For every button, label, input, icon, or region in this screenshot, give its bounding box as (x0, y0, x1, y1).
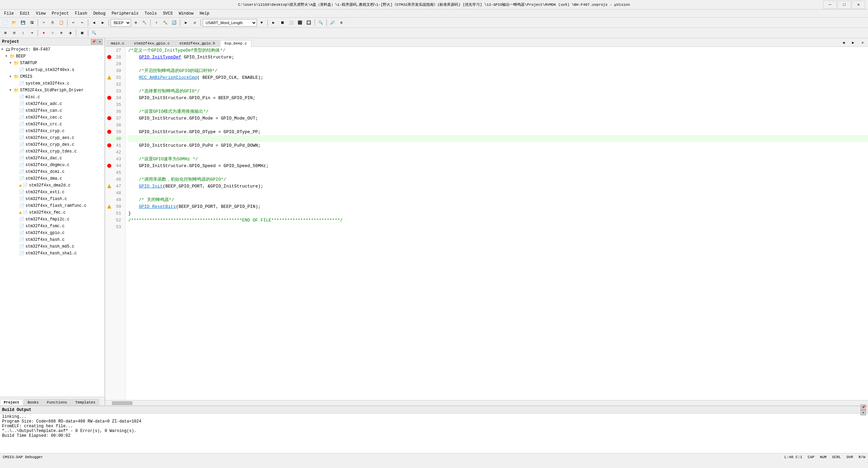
step-over-button[interactable]: ⬜ (287, 19, 295, 27)
close-button[interactable]: ✕ (852, 1, 865, 9)
peripheral-dropdown[interactable]: USART_Word_Length (203, 19, 257, 26)
menu-svcs[interactable]: SVCS (160, 11, 175, 17)
tb2-btn1[interactable]: ⊞ (1, 29, 10, 37)
tree-hash[interactable]: 📄 stm32f4xx_hash.c (0, 236, 105, 243)
tree-project-root[interactable]: ▼ 🗂 Project: BH-F407 (0, 46, 105, 53)
panel-unpin-button[interactable]: 📌 (91, 39, 96, 44)
tree-dma2d[interactable]: ▲ 📄 stm32f4xx_dma2d.c (0, 182, 105, 189)
nav-fwd-button[interactable]: ▶ (99, 19, 107, 27)
tree-misc[interactable]: 📄 misc.c (0, 94, 105, 101)
tree-cryp[interactable]: 📄 stm32f4xx_cryp.c (0, 128, 105, 134)
tb2-btn9[interactable]: ▦ (78, 29, 86, 37)
build-unpin-button[interactable]: 📌 (861, 404, 866, 410)
step-out-button[interactable]: 🔲 (305, 19, 313, 27)
tree-gpio[interactable]: 📄 stm32f4xx_gpio.c (0, 230, 105, 236)
tree-dcmi[interactable]: 📄 stm32f4xx_dcmi.c (0, 168, 105, 175)
menu-project[interactable]: Project (49, 11, 71, 17)
tree-adc[interactable]: 📄 stm32f4xx_adc.c (0, 101, 105, 107)
menu-peripherals[interactable]: Peripherals (109, 11, 141, 17)
zoom-in-button[interactable]: 🔎 (328, 19, 337, 27)
h-scrollbar[interactable] (105, 400, 868, 406)
tree-hash-sha1[interactable]: 📄 stm32f4xx_hash_sha1.c (0, 250, 105, 257)
redo-button[interactable]: ↪ (78, 19, 86, 27)
tb2-btn4[interactable]: ⇥ (28, 29, 36, 37)
copy-button[interactable]: ⎘ (49, 19, 57, 27)
tree-flash-ramfunc[interactable]: 📄 stm32f4xx_flash_ramfunc.c (0, 202, 105, 209)
tree-cryp-des[interactable]: 📄 stm32f4xx_cryp_des.c (0, 141, 105, 148)
tb2-btn7[interactable]: ⊗ (57, 29, 65, 37)
paste-button[interactable]: 📋 (57, 19, 65, 27)
reset-button[interactable]: ↺ (191, 19, 199, 27)
menu-edit[interactable]: Edit (17, 11, 33, 17)
tab-gpio-c[interactable]: stm32f4xx_gpio.c (130, 40, 174, 47)
tb2-btn5[interactable]: ● (40, 29, 48, 37)
cut-button[interactable]: ✂ (40, 19, 48, 27)
tree-hash-md5[interactable]: 📄 stm32f4xx_hash_md5.c (0, 243, 105, 250)
tree-crc[interactable]: 📄 stm32f4xx_crc.c (0, 121, 105, 128)
tree-startup[interactable]: ▼ 📁 STARTUP (0, 60, 105, 67)
open-button[interactable]: 📂 (10, 19, 18, 27)
panel-close-button[interactable]: ✕ (97, 39, 102, 44)
tree-dma[interactable]: 📄 stm32f4xx_dma.c (0, 175, 105, 182)
tree-startup-s[interactable]: 📄 startup_stm32f40xx.s (0, 67, 105, 73)
tb2-btn2[interactable]: ⊟ (10, 29, 18, 37)
tree-stdperiph[interactable]: ▼ 📁 STM32F4xx_StdPeriph_Driver (0, 87, 105, 94)
find-button[interactable]: 🔍 (317, 19, 325, 27)
tree-flash[interactable]: 📄 stm32f4xx_flash.c (0, 196, 105, 202)
tab-functions[interactable]: Functions (43, 399, 71, 406)
tree-exti[interactable]: 📄 stm32f4xx_exti.c (0, 189, 105, 196)
h-scroll-thumb[interactable] (112, 401, 132, 405)
menu-help[interactable]: Help (197, 11, 212, 17)
tab-main-c[interactable]: main.c (107, 40, 129, 47)
tree-system-c[interactable]: 📄 system_stm32f4xx.c (0, 80, 105, 87)
dropdown-arrow[interactable]: ▼ (258, 19, 266, 27)
tab-books[interactable]: Books (24, 399, 42, 406)
tab-bsp-beep-c[interactable]: bsp_beep.c (220, 40, 251, 47)
tb2-btn6[interactable]: ○ (49, 29, 57, 37)
minimize-button[interactable]: ─ (823, 1, 837, 9)
menu-file[interactable]: File (1, 11, 17, 17)
tree-cryp-aes[interactable]: 📄 stm32f4xx_cryp_aes.c (0, 134, 105, 141)
run-button[interactable]: ▶ (269, 19, 278, 27)
code-view[interactable]: 27 28 29 30 31 32 33 34 35 36 37 38 39 4… (105, 47, 868, 400)
compile-button[interactable]: ⚡ (152, 19, 161, 27)
menu-window[interactable]: Window (176, 11, 196, 17)
tree-dbgmcu[interactable]: 📄 stm32f4xx_dbgmcu.c (0, 162, 105, 168)
maximize-button[interactable]: □ (837, 1, 851, 9)
tb2-btn8[interactable]: ◑ (66, 29, 74, 37)
menu-tools[interactable]: Tools (142, 11, 159, 17)
tab-templates[interactable]: Templates (72, 399, 99, 406)
step-in-button[interactable]: ⬛ (296, 19, 304, 27)
debug-button[interactable]: ▶ (182, 19, 190, 27)
build-button[interactable]: 🔨 (161, 19, 169, 27)
menu-view[interactable]: View (33, 11, 49, 17)
tab-scroll-left[interactable]: ◀ (839, 38, 848, 47)
tree-fmc[interactable]: ▲ 📄 stm32f4xx_fmc.c (0, 209, 105, 216)
tree-fmpi2c[interactable]: 📄 stm32f4xx_fmpi2c.c (0, 216, 105, 223)
tb2-btn10[interactable]: 🔍 (90, 29, 98, 37)
save-button[interactable]: 💾 (19, 19, 27, 27)
tree-dac[interactable]: 📄 stm32f4xx_dac.c (0, 155, 105, 162)
tb2-btn3[interactable]: ↕ (19, 29, 27, 37)
nav-back-button[interactable]: ◀ (90, 19, 98, 27)
undo-button[interactable]: ↩ (69, 19, 77, 27)
tree-cec[interactable]: 📄 stm32f4xx_cec.c (0, 114, 105, 121)
tab-scroll-right[interactable]: ▶ (849, 38, 857, 47)
tree-cmsis[interactable]: ▼ 📁 CMSIS (0, 73, 105, 80)
menu-debug[interactable]: Debug (91, 11, 108, 17)
tree-fsmc[interactable]: 📄 stm32f4xx_fsmc.c (0, 223, 105, 230)
set-target-button[interactable]: 🔧 (140, 19, 149, 27)
settings-button[interactable]: ⚙ (132, 19, 140, 27)
tab-gpio-h[interactable]: stm32f4xx_gpio.h (175, 40, 220, 47)
tab-close-view[interactable]: ✕ (858, 38, 867, 47)
tab-project[interactable]: Project (0, 399, 23, 406)
menu-flash[interactable]: Flash (72, 11, 90, 17)
tree-can[interactable]: 📄 stm32f4xx_can.c (0, 107, 105, 114)
tree-beep[interactable]: ▼ 📁 BEEP (0, 53, 105, 60)
stop-button[interactable]: ⏹ (278, 19, 286, 27)
code-content[interactable]: /*定义一个GPIO_InitTypeDef类型的结构体*/ GPIO_Init… (126, 47, 868, 400)
rebuild-button[interactable]: 🔄 (170, 19, 178, 27)
options-button[interactable]: ⚙ (337, 19, 345, 27)
tree-cryp-tdes[interactable]: 📄 stm32f4xx_cryp_tdes.c (0, 148, 105, 155)
target-dropdown[interactable]: BEEP (111, 19, 131, 26)
